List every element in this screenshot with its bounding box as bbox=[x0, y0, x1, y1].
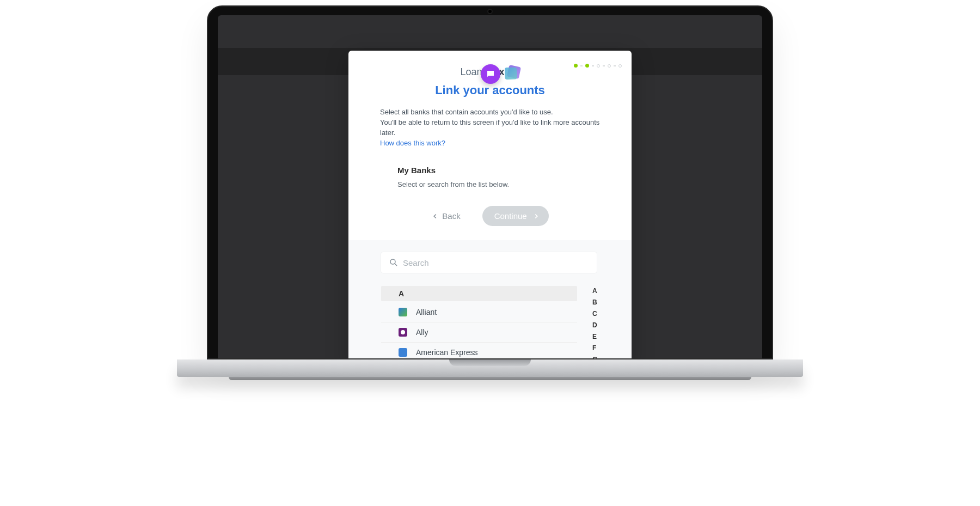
alpha-f[interactable]: F bbox=[592, 343, 597, 353]
bank-name: American Express bbox=[416, 348, 478, 357]
bank-list: A Alliant Ally bbox=[381, 286, 577, 358]
intro-line-2: You'll be able to return to this screen … bbox=[380, 118, 600, 138]
alpha-d[interactable]: D bbox=[592, 320, 597, 330]
screen: LoanMax Link your accounts Select all ba… bbox=[218, 15, 762, 358]
page-title: Link your accounts bbox=[348, 83, 632, 97]
alpha-g[interactable]: G bbox=[592, 355, 597, 358]
back-button[interactable]: Back bbox=[431, 211, 460, 221]
screen-frame: LoanMax Link your accounts Select all ba… bbox=[207, 5, 773, 359]
my-banks-sub: Select or search from the list below. bbox=[397, 180, 583, 188]
chat-bubble-button[interactable] bbox=[481, 64, 500, 84]
alliant-icon bbox=[399, 308, 407, 316]
step-dot-5 bbox=[618, 64, 622, 68]
alpha-c[interactable]: C bbox=[592, 309, 597, 319]
search-wrap[interactable] bbox=[381, 252, 597, 273]
step-dot-3 bbox=[597, 64, 600, 68]
chat-icon bbox=[486, 69, 495, 79]
search-icon bbox=[389, 258, 399, 267]
back-label: Back bbox=[442, 211, 460, 221]
continue-button[interactable]: Continue bbox=[482, 206, 549, 226]
ally-icon bbox=[399, 328, 407, 337]
how-does-this-work-link[interactable]: How does this work? bbox=[380, 139, 445, 147]
search-input[interactable] bbox=[403, 258, 589, 267]
alpha-b[interactable]: B bbox=[592, 297, 597, 307]
bank-row-alliant[interactable]: Alliant bbox=[381, 302, 577, 322]
link-accounts-modal: LoanMax Link your accounts Select all ba… bbox=[348, 51, 632, 358]
bank-list-panel: A Alliant Ally bbox=[348, 240, 632, 358]
step-dot-4 bbox=[608, 64, 611, 68]
brand-logo-icon bbox=[506, 65, 520, 79]
bank-name: Alliant bbox=[416, 308, 437, 316]
alpha-e[interactable]: E bbox=[592, 332, 597, 342]
continue-label: Continue bbox=[494, 211, 527, 221]
chevron-left-icon bbox=[431, 212, 439, 220]
laptop-foot bbox=[229, 377, 751, 380]
alpha-index: A B C D E F G H bbox=[592, 286, 597, 358]
intro-line-1: Select all banks that contain accounts y… bbox=[380, 107, 600, 118]
svg-point-0 bbox=[390, 259, 395, 264]
group-header-a: A bbox=[381, 286, 577, 301]
chevron-right-icon bbox=[532, 212, 540, 220]
progress-stepper bbox=[574, 64, 622, 68]
my-banks-heading: My Banks bbox=[397, 166, 583, 175]
step-dot-1 bbox=[574, 64, 578, 68]
step-dot-2 bbox=[585, 64, 589, 68]
amex-icon bbox=[399, 348, 407, 357]
intro-text: Select all banks that contain accounts y… bbox=[348, 97, 632, 148]
bank-row-ally[interactable]: Ally bbox=[381, 322, 577, 343]
bank-row-amex[interactable]: American Express bbox=[381, 343, 577, 358]
laptop-mock: LoanMax Link your accounts Select all ba… bbox=[207, 5, 773, 380]
camera-dot bbox=[488, 10, 492, 13]
svg-line-1 bbox=[395, 264, 397, 266]
bank-name: Ally bbox=[416, 328, 428, 337]
laptop-base bbox=[177, 359, 803, 377]
brand-word-1: Loan bbox=[460, 66, 482, 78]
alpha-a[interactable]: A bbox=[592, 286, 597, 296]
